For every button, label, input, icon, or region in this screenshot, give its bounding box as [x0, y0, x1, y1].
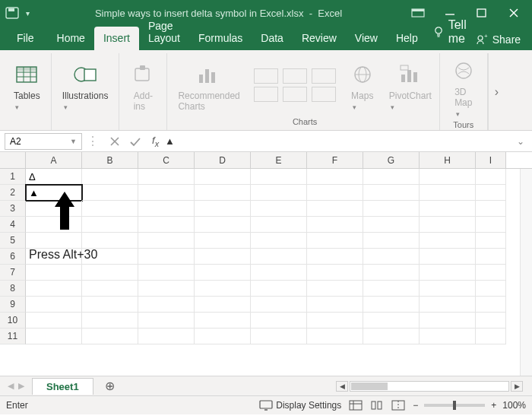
cell[interactable] — [251, 297, 307, 313]
share-button[interactable]: + Share — [473, 29, 524, 50]
maximize-button[interactable] — [471, 2, 492, 24]
illustrations-button[interactable]: Illustrations — [58, 59, 113, 112]
cell[interactable] — [476, 185, 506, 201]
cell[interactable] — [138, 217, 195, 233]
cell[interactable] — [82, 169, 138, 185]
cell[interactable] — [363, 233, 420, 249]
cell[interactable] — [476, 217, 506, 233]
cell[interactable] — [476, 265, 506, 281]
vertical-scrollbar[interactable] — [520, 169, 532, 376]
cell[interactable] — [420, 281, 476, 297]
hscroll-right-icon[interactable]: ▶ — [511, 381, 523, 392]
cell[interactable] — [195, 265, 251, 281]
row-1[interactable]: 1 — [0, 169, 26, 185]
cell[interactable] — [82, 281, 138, 297]
chevron-down-icon[interactable]: ▼ — [70, 138, 77, 145]
name-box[interactable]: A2 ▼ — [5, 133, 82, 150]
row-2[interactable]: 2 — [0, 185, 26, 201]
row-10[interactable]: 10 — [0, 313, 26, 329]
horizontal-scrollbar[interactable] — [350, 381, 509, 392]
cell[interactable] — [251, 265, 307, 281]
addins-button[interactable]: Add- ins — [125, 59, 160, 112]
cell[interactable] — [420, 313, 476, 329]
view-pagebreak-icon[interactable] — [391, 400, 405, 411]
zoom-out-button[interactable]: − — [413, 400, 418, 411]
cell[interactable] — [195, 297, 251, 313]
cell[interactable] — [420, 217, 476, 233]
cell[interactable] — [476, 329, 506, 344]
cell[interactable] — [195, 249, 251, 265]
select-all-corner[interactable] — [0, 152, 26, 168]
cell[interactable] — [195, 185, 251, 201]
cell[interactable] — [476, 313, 506, 329]
cell[interactable] — [363, 265, 420, 281]
cell[interactable] — [307, 169, 363, 185]
cell-A1[interactable]: Δ — [26, 169, 82, 185]
map3d-button[interactable]: 3D Map — [446, 55, 481, 119]
cell[interactable] — [420, 201, 476, 217]
row-9[interactable]: 9 — [0, 297, 26, 313]
cell[interactable] — [476, 169, 506, 185]
cell[interactable] — [420, 297, 476, 313]
cell[interactable] — [26, 265, 82, 281]
cell[interactable] — [26, 313, 82, 329]
col-A[interactable]: A — [26, 152, 82, 168]
cell[interactable] — [307, 297, 363, 313]
maps-button[interactable]: Maps — [345, 59, 380, 112]
cell[interactable] — [307, 329, 363, 344]
col-F[interactable]: F — [307, 152, 363, 168]
cell[interactable] — [251, 233, 307, 249]
cell[interactable] — [26, 297, 82, 313]
zoom-control[interactable]: − + 100% — [413, 400, 526, 411]
cell[interactable] — [476, 249, 506, 265]
sheet-nav-next-icon[interactable]: ▶ — [18, 381, 24, 391]
cell[interactable] — [138, 169, 195, 185]
cell[interactable] — [363, 249, 420, 265]
col-I[interactable]: I — [476, 152, 506, 168]
view-pagelayout-icon[interactable] — [370, 400, 384, 411]
view-normal-icon[interactable] — [349, 400, 363, 411]
cell[interactable] — [26, 281, 82, 297]
cell[interactable] — [26, 329, 82, 344]
cell[interactable] — [307, 265, 363, 281]
cancel-edit-button[interactable] — [109, 136, 120, 147]
row-11[interactable]: 11 — [0, 329, 26, 344]
cell[interactable] — [476, 201, 506, 217]
formula-bar-expand-icon[interactable]: ⌄ — [517, 136, 524, 147]
tell-me[interactable]: Tell me — [427, 14, 473, 50]
cell-A2[interactable]: ▲ — [26, 185, 82, 201]
cell[interactable] — [26, 233, 82, 249]
cell[interactable] — [82, 329, 138, 344]
cell[interactable] — [138, 297, 195, 313]
cell[interactable] — [251, 169, 307, 185]
cell[interactable] — [476, 281, 506, 297]
cell[interactable] — [138, 265, 195, 281]
cell[interactable] — [195, 313, 251, 329]
namebox-resize-icon[interactable]: ⋮ — [87, 134, 99, 148]
close-button[interactable] — [503, 2, 524, 24]
cell[interactable] — [251, 185, 307, 201]
cell[interactable] — [82, 233, 138, 249]
cell[interactable] — [420, 233, 476, 249]
sheet-nav-prev-icon[interactable]: ◀ — [8, 381, 14, 391]
col-E[interactable]: E — [251, 152, 307, 168]
hscroll-left-icon[interactable]: ◀ — [336, 381, 348, 392]
col-B[interactable]: B — [82, 152, 138, 168]
cell[interactable] — [251, 313, 307, 329]
cell[interactable] — [420, 249, 476, 265]
cell[interactable] — [82, 265, 138, 281]
sheet-tab-active[interactable]: Sheet1 — [32, 378, 93, 395]
cell[interactable] — [251, 201, 307, 217]
cell[interactable] — [251, 249, 307, 265]
cell[interactable] — [195, 217, 251, 233]
formula-bar[interactable]: ▲ — [165, 135, 517, 147]
col-G[interactable]: G — [363, 152, 420, 168]
cell[interactable] — [363, 313, 420, 329]
cell[interactable] — [251, 281, 307, 297]
cell[interactable] — [138, 249, 195, 265]
cell[interactable] — [363, 329, 420, 344]
cell[interactable] — [251, 217, 307, 233]
zoom-value[interactable]: 100% — [502, 400, 526, 411]
cell[interactable] — [138, 329, 195, 344]
pivotchart-button[interactable]: PivotChart — [385, 59, 436, 112]
